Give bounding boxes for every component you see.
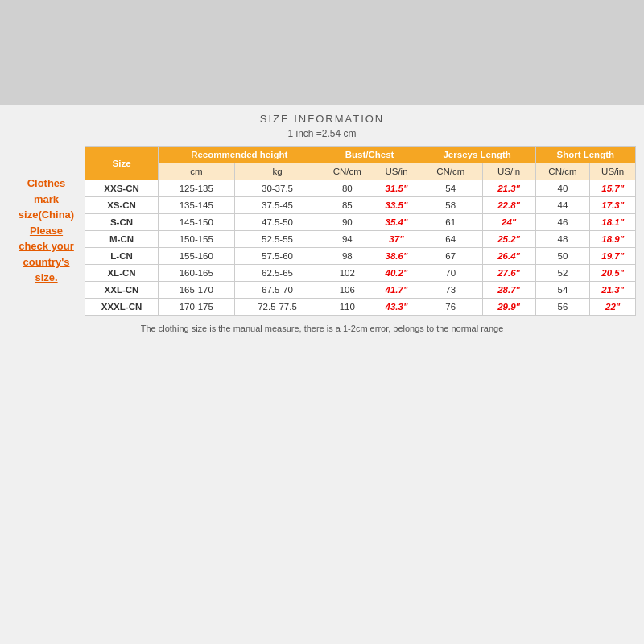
short-us: 18.1" [590,214,636,231]
bust-cn: 102 [320,265,374,282]
col-recommended-height: Recommended height [159,147,320,163]
jerseys-cn: 67 [419,248,482,265]
weight-kg: 57.5-60 [234,248,320,265]
short-us: 20.5" [590,265,636,282]
size-label: XL-CN [85,265,159,282]
left-label: Clothesmarksize(China)Pleasecheck yourco… [8,146,85,316]
size-label: XS-CN [85,197,159,214]
size-label: L-CN [85,248,159,265]
subheader-short-cn: CN/cm [535,163,590,180]
height-cm: 145-150 [159,214,235,231]
bust-us: 38.6" [374,248,419,265]
subheader-bust-cn: CN/cm [320,163,374,180]
col-size: Size [85,147,159,180]
short-cn: 50 [535,248,590,265]
table-row: XXL-CN 165-170 67.5-70 106 41.7" 73 28.7… [85,282,636,299]
weight-kg: 37.5-45 [234,197,320,214]
jerseys-us: 28.7" [482,282,535,299]
height-cm: 155-160 [159,248,235,265]
jerseys-us: 25.2" [482,231,535,248]
height-cm: 170-175 [159,299,235,316]
jerseys-us: 22.8" [482,197,535,214]
top-banner [0,0,644,105]
table-row: XXS-CN 125-135 30-37.5 80 31.5" 54 21.3"… [85,180,636,197]
table-row: M-CN 150-155 52.5-55 94 37" 64 25.2" 48 … [85,231,636,248]
bust-cn: 94 [320,231,374,248]
short-cn: 46 [535,214,590,231]
short-us: 22" [590,299,636,316]
bust-us: 37" [374,231,419,248]
size-table: Size Recommended height Bust/Chest Jerse… [85,146,636,316]
subheader-short-us: US/in [590,163,636,180]
size-label: XXS-CN [85,180,159,197]
col-bust-chest: Bust/Chest [320,147,419,163]
short-us: 18.9" [590,231,636,248]
jerseys-us: 24" [482,214,535,231]
table-wrapper: Clothesmarksize(China)Pleasecheck yourco… [8,146,636,316]
left-label-text: Clothesmarksize(China)Pleasecheck yourco… [19,175,74,286]
weight-kg: 72.5-77.5 [234,299,320,316]
weight-kg: 62.5-65 [234,265,320,282]
jerseys-cn: 54 [419,180,482,197]
size-label: S-CN [85,214,159,231]
jerseys-us: 21.3" [482,180,535,197]
jerseys-cn: 73 [419,282,482,299]
table-row: S-CN 145-150 47.5-50 90 35.4" 61 24" 46 … [85,214,636,231]
short-cn: 44 [535,197,590,214]
short-cn: 56 [535,299,590,316]
inch-note: 1 inch =2.54 cm [8,128,636,139]
jerseys-cn: 76 [419,299,482,316]
height-cm: 135-145 [159,197,235,214]
height-cm: 150-155 [159,231,235,248]
short-us: 17.3" [590,197,636,214]
col-short-length: Short Length [535,147,635,163]
jerseys-cn: 61 [419,214,482,231]
bust-cn: 85 [320,197,374,214]
size-label: XXXL-CN [85,299,159,316]
height-cm: 125-135 [159,180,235,197]
subheader-jerseys-cn: CN/cm [419,163,482,180]
jerseys-us: 29.9" [482,299,535,316]
short-us: 19.7" [590,248,636,265]
weight-kg: 67.5-70 [234,282,320,299]
table-row: XS-CN 135-145 37.5-45 85 33.5" 58 22.8" … [85,197,636,214]
main-content: SIZE INFORMATION 1 inch =2.54 cm Clothes… [0,105,644,345]
weight-kg: 52.5-55 [234,231,320,248]
weight-kg: 30-37.5 [234,180,320,197]
jerseys-cn: 70 [419,265,482,282]
bust-us: 43.3" [374,299,419,316]
footer-note: The clothing size is the manual measure,… [8,320,636,336]
size-info-title: SIZE INFORMATION [8,113,636,125]
short-cn: 40 [535,180,590,197]
bust-us: 33.5" [374,197,419,214]
table-row: XXXL-CN 170-175 72.5-77.5 110 43.3" 76 2… [85,299,636,316]
size-label: M-CN [85,231,159,248]
bust-cn: 110 [320,299,374,316]
col-jerseys-length: Jerseys Length [419,147,535,163]
bust-cn: 80 [320,180,374,197]
bust-us: 31.5" [374,180,419,197]
table-row: L-CN 155-160 57.5-60 98 38.6" 67 26.4" 5… [85,248,636,265]
jerseys-cn: 58 [419,197,482,214]
bottom-area [0,345,644,644]
jerseys-us: 27.6" [482,265,535,282]
subheader-cm: cm [159,163,235,180]
bust-us: 40.2" [374,265,419,282]
table-row: XL-CN 160-165 62.5-65 102 40.2" 70 27.6"… [85,265,636,282]
jerseys-us: 26.4" [482,248,535,265]
short-cn: 48 [535,231,590,248]
bust-cn: 98 [320,248,374,265]
size-label: XXL-CN [85,282,159,299]
short-us: 15.7" [590,180,636,197]
weight-kg: 47.5-50 [234,214,320,231]
short-us: 21.3" [590,282,636,299]
height-cm: 160-165 [159,265,235,282]
subheader-kg: kg [234,163,320,180]
bust-us: 35.4" [374,214,419,231]
height-cm: 165-170 [159,282,235,299]
bust-us: 41.7" [374,282,419,299]
short-cn: 54 [535,282,590,299]
subheader-jerseys-us: US/in [482,163,535,180]
jerseys-cn: 64 [419,231,482,248]
bust-cn: 106 [320,282,374,299]
